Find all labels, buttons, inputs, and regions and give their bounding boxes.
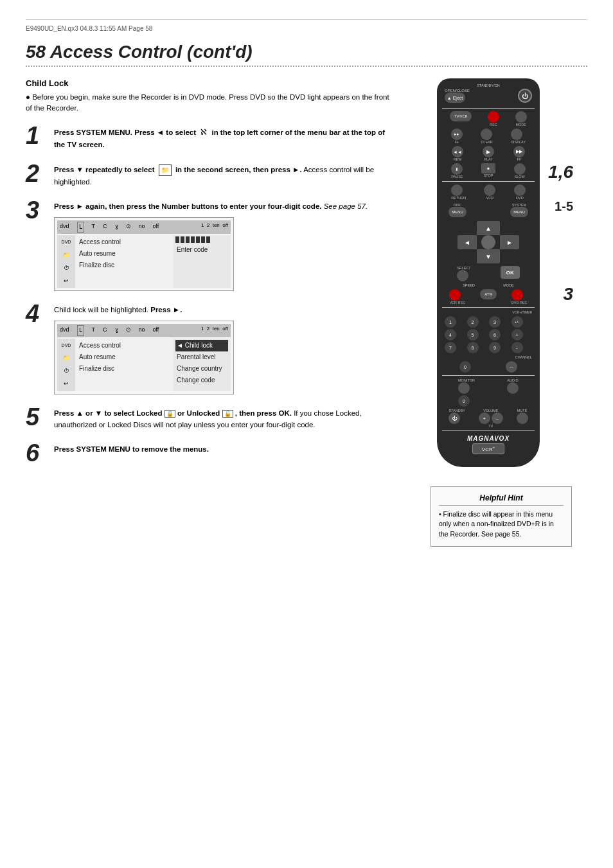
eject-button[interactable]: ▲ Eject [445,93,465,103]
tvvcr-button[interactable]: TV/VCR [450,111,472,121]
menu-screenshot-2: dvdꓡ TCɣ⊙nooff 1 2 ten off DVD 📁 ⏱ ↩ [54,321,234,394]
section-title: Child Lock [26,78,392,88]
tvvcr-row: TV/VCR REC MODE [442,111,535,127]
monitor-button[interactable] [458,382,470,394]
btn-0-2[interactable]: 0 [458,395,470,407]
btn-8[interactable]: 8 [467,342,479,353]
btn-4[interactable]: 4 [445,329,456,341]
monitor-group: MONITOR 0 [458,378,475,407]
menu-main-2: Access control Auto resume Finalize disc [75,339,173,391]
remote-divider-5 [442,430,535,431]
pause-button[interactable]: ⏸ [451,163,463,175]
clock-icon: ⏱ [60,262,72,274]
return-icon: ↩ [60,275,72,287]
vcr-badge: VCR+ [472,443,504,454]
clear-button[interactable] [481,128,492,140]
menu-screenshot-1: dvdꓡ TCɣ⊙nooff 1 2 ten off DVD 📁 ⏱ ↩ [54,217,234,290]
dvd-button[interactable] [514,184,526,196]
return-button[interactable] [451,184,463,196]
power-button[interactable]: ⏻ [518,89,532,103]
rec-button[interactable] [488,111,499,123]
btn-5[interactable]: 5 [467,329,479,341]
btn-2[interactable]: 2 [467,316,479,328]
rew-button[interactable]: ◄◄ [452,146,463,157]
play-group: ▶ PLAY [483,146,494,161]
vcr-rec-button[interactable] [449,289,461,301]
number-grid: 1 2 3 +/- 4 5 6 + 7 8 9 - [445,316,532,353]
mode-button[interactable] [515,111,527,123]
dvd-icon-2: DVD [60,340,72,351]
ff-button[interactable]: ▸▸ [451,128,463,140]
clear-group: CLEAR [481,128,492,144]
stop-button[interactable]: ■ [481,163,495,173]
mode-group: MODE [515,111,527,127]
dpad-empty-tl [458,221,477,235]
step-text-5: Press ▲ or ▼ to select Locked 🔒 or Unloc… [54,405,392,431]
step-5: 5 Press ▲ or ▼ to select Locked 🔒 or Unl… [26,405,392,431]
remote-container: STANDBY/ON OPEN/CLOSE ▲ Eject ⏻ [405,78,572,467]
dpad-down-button[interactable]: ▼ [477,249,500,263]
standby-button[interactable]: ⏻ [449,412,460,424]
menu-right-button[interactable]: MENU [510,207,528,217]
btn-3[interactable]: 3 [489,316,501,328]
btn-9[interactable]: 9 [489,342,501,353]
vcr-button[interactable] [484,184,495,196]
menu-icons-1: DVD 📁 ⏱ ↩ [57,235,75,288]
channel-button[interactable]: — [506,361,517,373]
step-2: 2 Press ▼ repeatedly to select 📁 in the … [26,161,392,188]
btn-6[interactable]: 6 [489,329,501,341]
menu-sub-2: ◄ Child lock Parental level Change count… [173,339,231,391]
brand-label: MAGNAVOX [442,435,535,442]
right-column: STANDBY/ON OPEN/CLOSE ▲ Eject ⏻ [405,78,572,547]
btn-7[interactable]: 7 [445,342,456,353]
volume-btns: + – [479,412,503,424]
ffwd-button[interactable]: ▶▶ [513,146,525,157]
display-button[interactable] [511,128,522,140]
btn-plus-minus[interactable]: +/- [511,316,523,328]
select-ok-row: SELECT OK [442,266,535,281]
select-button[interactable] [457,270,468,281]
btn-plus[interactable]: + [511,329,523,341]
main-layout: Child Lock Before you begin, make sure t… [26,78,587,547]
hint-text: Finalize disc will appear in this menu o… [439,509,564,540]
slow-button[interactable] [514,163,526,175]
step-text-3: Press ► again, then press the Number but… [54,198,368,291]
slow-group: SLOW [514,163,526,179]
vol-up-button[interactable]: + [479,412,490,424]
mute-button[interactable] [517,412,528,424]
speed-mode-labels: SPEED MODE [442,283,535,287]
step-number-4: 4 [26,301,46,326]
play-button[interactable]: ▶ [483,146,494,157]
change-code-item: Change code [175,375,228,386]
step-number-3: 3 [26,198,46,222]
step-number-6: 6 [26,441,46,465]
step-6: 6 Press SYSTEM MENU to remove the menus. [26,441,392,465]
btn-1[interactable]: 1 [445,316,456,328]
menu-header-1: dvdꓡ TCɣ⊙nooff 1 2 ten off [57,220,231,233]
audio-button[interactable] [507,382,519,394]
step-text-2: Press ▼ repeatedly to select 📁 in the se… [54,161,392,188]
atr-button[interactable]: ATR [480,289,497,299]
monitor-audio-row: MONITOR 0 AUDIO [442,378,535,407]
finalize-disc-item-2: Finalize disc [78,363,170,375]
menu-left-button[interactable]: MENU [449,207,466,217]
intro-bullet: Before you begin, make sure the Recorder… [26,92,392,114]
ok-button[interactable]: OK [501,266,520,279]
select-group: SELECT [457,266,470,281]
disc-group: DISC MENU [449,203,466,217]
menu-icons-2: DVD 📁 ⏱ ↩ [57,339,75,391]
remote-divider-3 [442,307,535,308]
child-lock-item: ◄ Child lock [175,340,228,351]
clock-icon-2: ⏱ [60,366,72,377]
system-group: SYSTEM MENU [510,203,528,217]
dpad-up-button[interactable]: ▲ [477,221,500,235]
btn-minus[interactable]: - [511,342,523,353]
speed-label: SPEED [463,283,475,287]
vol-down-button[interactable]: – [492,412,503,424]
dvd-rec-button[interactable] [511,289,523,301]
helpful-hint: Helpful Hint Finalize disc will appear i… [431,486,572,547]
btn-0[interactable]: 0 [459,361,471,373]
step-number-2: 2 [26,161,46,186]
dpad-left-button[interactable]: ◄ [458,235,477,249]
dpad-right-button[interactable]: ► [500,235,519,249]
